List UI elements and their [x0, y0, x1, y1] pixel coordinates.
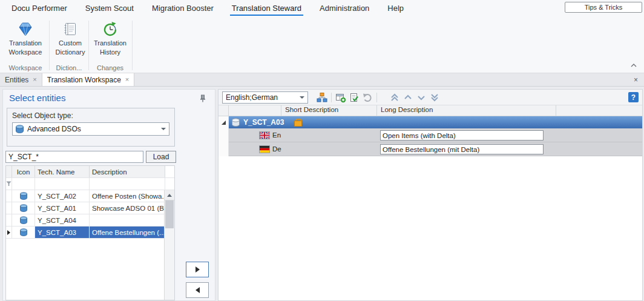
translation-history-label-2: History — [91, 48, 130, 56]
ribbon-separator — [49, 21, 50, 70]
flag-uk-icon — [260, 132, 269, 139]
filter-cell[interactable] — [90, 178, 165, 190]
adso-icon — [16, 125, 24, 133]
move-left-button[interactable] — [186, 282, 209, 298]
toolbar-separator — [376, 93, 377, 102]
menu-system-scout[interactable]: System Scout — [76, 0, 143, 17]
collapse-ribbon-button[interactable] — [629, 62, 638, 69]
tab-translation-workspace[interactable]: Translation Workspace × — [42, 73, 135, 86]
tips-and-tricks-button[interactable]: Tips & Tricks — [565, 2, 642, 13]
translation-workspace-panel: English;German — [218, 89, 643, 301]
translation-workspace-label-2: Workspace — [6, 48, 45, 56]
translation-workspace-icon — [6, 20, 45, 38]
select-entities-title: Select entities — [9, 93, 65, 103]
entity-tech-name: Y_SCT_A04 — [35, 214, 90, 226]
first-row-icon[interactable] — [388, 91, 401, 104]
filter-funnel-icon[interactable] — [6, 178, 12, 190]
entity-row-selected[interactable]: Y_SCT_A03 Offene Bestellungen (... — [6, 227, 174, 239]
scrollbar-thumb[interactable] — [165, 200, 174, 228]
translation-row-en[interactable]: En — [218, 128, 642, 142]
menu-translation-steward[interactable]: Translation Steward — [223, 0, 310, 17]
tab-translation-workspace-close-icon[interactable]: × — [125, 76, 129, 83]
translation-workspace-label-1: Translation — [6, 39, 45, 47]
column-header-long-description[interactable]: Long Description — [377, 105, 556, 116]
header-language-cell[interactable] — [229, 105, 281, 116]
lock-icon — [294, 119, 301, 127]
entity-tech-name: Y_SCT_A01 — [35, 202, 90, 214]
save-icon[interactable] — [334, 91, 347, 104]
object-type-value: Advanced DSOs — [27, 125, 81, 133]
translation-workspace-button[interactable]: Translation Workspace — [6, 20, 45, 56]
tab-translation-workspace-label: Translation Workspace — [47, 76, 121, 84]
column-header-short-description[interactable]: Short Description — [281, 105, 377, 116]
custom-dictionary-icon — [51, 20, 90, 38]
filter-cell[interactable] — [12, 178, 35, 190]
tab-entities-label: Entities — [5, 76, 28, 84]
entity-description — [90, 214, 165, 226]
column-header-description[interactable]: Description — [90, 166, 165, 177]
filter-cell[interactable] — [35, 178, 90, 190]
adso-icon — [232, 118, 240, 127]
entity-row[interactable]: Y_SCT_A01 Showcase ADSO 01 (B... — [6, 202, 174, 214]
translation-history-button[interactable]: Translation History — [91, 20, 130, 56]
object-type-dropdown[interactable]: Advanced DSOs — [12, 122, 169, 136]
column-header-icon[interactable]: Icon — [12, 166, 35, 177]
language-code: De — [272, 145, 281, 153]
adso-icon — [12, 227, 35, 238]
expand-collapse-icon[interactable] — [218, 116, 229, 128]
help-button[interactable]: ? — [628, 92, 639, 102]
entity-row[interactable]: Y_SCT_A04 — [6, 214, 174, 227]
toolbar-separator — [331, 93, 332, 102]
language-dropdown[interactable]: English;German — [222, 91, 308, 104]
ribbon-separator — [132, 21, 133, 70]
chevron-down-icon — [300, 96, 304, 99]
entity-group-bar[interactable]: Y_SCT_A03 — [229, 116, 642, 128]
menu-migration-booster[interactable]: Migration Booster — [143, 0, 223, 17]
translation-row-de[interactable]: De — [218, 142, 642, 156]
long-description-input-en[interactable] — [380, 130, 544, 141]
entity-pattern-input[interactable] — [5, 151, 143, 163]
flag-germany-icon — [260, 146, 269, 153]
close-pane-icon[interactable]: × — [628, 73, 644, 86]
menu-administration[interactable]: Administration — [310, 0, 378, 17]
last-row-icon[interactable] — [428, 91, 441, 104]
object-type-label: Select Object type: — [12, 111, 169, 120]
entities-scrollbar[interactable] — [164, 190, 174, 300]
select-entities-panel: Select entities Select Object type: Adva… — [2, 89, 215, 301]
scroll-up-icon[interactable] — [165, 190, 174, 200]
entity-row[interactable]: Y_SCT_A02 Offene Posten (Showa... — [6, 190, 174, 202]
entities-table-header: Icon Tech. Name Description — [6, 166, 174, 178]
translation-history-label-1: Translation — [91, 39, 130, 47]
tab-entities[interactable]: Entities × — [0, 73, 42, 86]
chevron-down-icon — [161, 128, 166, 130]
apply-check-icon[interactable] — [347, 91, 361, 104]
long-description-input-de[interactable] — [380, 144, 544, 154]
entity-group-row[interactable]: Y_SCT_A03 — [218, 116, 642, 128]
language-dropdown-value: English;German — [226, 93, 278, 102]
pin-icon[interactable] — [199, 94, 206, 104]
entity-description: Offene Posten (Showa... — [90, 190, 165, 202]
custom-dictionary-button[interactable]: Custom Dictionary — [51, 20, 90, 56]
tab-entities-close-icon[interactable]: × — [33, 76, 36, 83]
move-right-button[interactable] — [186, 262, 209, 277]
document-tab-bar: Entities × Translation Workspace × × — [0, 73, 644, 87]
load-button[interactable]: Load — [146, 151, 176, 163]
undo-icon[interactable] — [361, 91, 374, 104]
ribbon-group-workspace: Translation Workspace Workspace — [2, 17, 48, 73]
hierarchy-icon[interactable] — [315, 91, 329, 104]
arrow-right-icon — [196, 266, 200, 273]
translation-history-icon — [91, 20, 130, 38]
previous-row-icon[interactable] — [401, 91, 415, 104]
entity-tech-name: Y_SCT_A03 — [35, 227, 90, 238]
custom-dictionary-label-2: Dictionary — [51, 48, 90, 56]
ribbon-group-label-dictionary: Diction... — [51, 64, 87, 71]
selected-row-marker-icon — [6, 227, 12, 238]
adso-icon — [12, 190, 35, 202]
header-gutter-cell — [218, 105, 229, 116]
menu-help[interactable]: Help — [378, 0, 413, 17]
menu-docu-performer[interactable]: Docu Performer — [2, 0, 76, 17]
filter-row — [6, 178, 174, 190]
next-row-icon[interactable] — [415, 91, 428, 104]
entities-table: Icon Tech. Name Description Y_SCT_A02 Of… — [5, 165, 175, 300]
column-header-tech-name[interactable]: Tech. Name — [35, 166, 90, 177]
